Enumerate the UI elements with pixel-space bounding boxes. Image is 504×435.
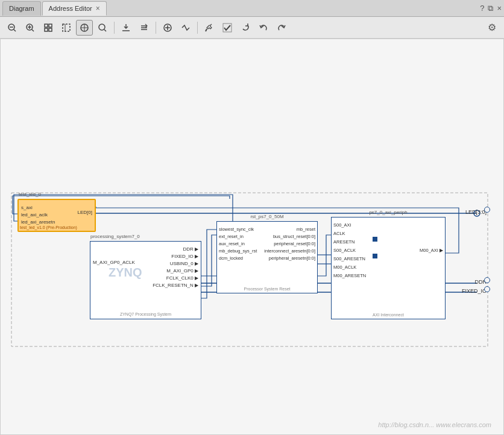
rst-subtitle: Processor System Reset [244, 287, 290, 291]
tab-diagram[interactable]: Diagram [2, 1, 41, 16]
axi-periph-subtitle: AXI Interconnect [373, 313, 404, 317]
connection-button[interactable] [177, 20, 194, 36]
toolbar: ⚙ [0, 17, 504, 39]
tab-diagram-label: Diagram [9, 5, 34, 12]
tab-bar-icons: ? ⧉ × [480, 4, 502, 13]
port-mb-reset: mb_reset [297, 227, 315, 232]
svg-point-16 [99, 24, 105, 30]
zoom-out-button[interactable] [4, 20, 20, 36]
zynq-label: ZYNQ [109, 266, 142, 280]
port-aclk: ACLK [333, 231, 345, 236]
fit-button[interactable] [40, 20, 57, 36]
port-aresetn: ARESETN [333, 239, 354, 245]
rst-title: rst_ps7_0_50M [250, 214, 283, 219]
zoom-in-button[interactable] [22, 20, 39, 36]
port-bus-struct-reset: bus_struct_reset[0:0] [273, 234, 315, 239]
tab-address-editor[interactable]: Address Editor × [42, 1, 107, 16]
watermark: http://blog.csdn.n... www.elecrans.com [378, 421, 491, 428]
port-m00-axi: M00_AXI ▶ [420, 248, 443, 253]
tab-address-editor-close[interactable]: × [96, 4, 100, 13]
svg-line-6 [32, 30, 34, 31]
tab-bar: Diagram Address Editor × ? ⧉ × [0, 0, 504, 17]
push-down-button[interactable] [118, 20, 134, 36]
port-s00-axi: S00_AXI [333, 222, 351, 228]
test-led-title: test_led_0 [19, 192, 41, 197]
svg-rect-9 [45, 28, 48, 31]
toolbar-separator-3 [197, 22, 198, 34]
restore-icon[interactable]: ⧉ [488, 4, 493, 13]
port-s-axi: s_axi [21, 205, 33, 210]
test-led-block[interactable]: test_led_0 s_axi led_axi_aclk led_axi_ar… [17, 199, 96, 232]
port-fclk-resetn: FCLK_RESETN_N ▶ [153, 283, 198, 288]
add-ip-button[interactable] [159, 20, 176, 36]
inner-block-aresetn [373, 237, 377, 242]
undo-button[interactable] [255, 20, 272, 36]
svg-line-26 [206, 29, 207, 31]
port-led-out: LED[0] [78, 210, 92, 215]
port-m-axi-gp0-aclk: M_AXI_GP0_ACLK [93, 260, 135, 265]
ps-title: processing_system7_0 [90, 234, 140, 239]
wrench-button[interactable] [201, 20, 218, 36]
processing-system-block[interactable]: processing_system7_0 M_AXI_GP0_ACLK DDR … [90, 241, 201, 319]
port-slowest-sync-clk: slowest_sync_clk [219, 227, 254, 232]
refresh-button[interactable] [237, 20, 254, 36]
port-ddr: DDR ▶ [183, 246, 198, 252]
inner-block-s00-aresetn [373, 254, 377, 258]
port-peripheral-aresetn: peripheral_aresetn[0:0] [269, 255, 315, 261]
port-m-axi-gp0: M_AXI_GP0 ▶ [166, 268, 198, 274]
port-led-axi-aclk: led_axi_aclk [21, 212, 48, 218]
port-fixed-io: FIXED_IO ▶ [171, 254, 198, 259]
close-icon[interactable]: × [497, 4, 502, 13]
port-s00-aclk: S00_ACLK [333, 248, 356, 253]
svg-line-17 [104, 30, 106, 31]
test-led-subtitle: test_led_v1.0 (Pre-Production) [20, 225, 77, 230]
port-fclk-clk0: FCLK_CLK0 ▶ [166, 275, 198, 281]
port-m00-aclk: M00_ACLK [333, 264, 356, 270]
svg-line-2 [14, 30, 16, 31]
port-aux-reset-in: aux_reset_in [219, 241, 245, 246]
diagram-canvas[interactable]: test_led_0 s_axi led_axi_aclk led_axi_ar… [0, 39, 504, 435]
port-usbind: USBIND_0 ▶ [170, 261, 198, 266]
output-ddr-dot [484, 277, 490, 283]
validate-button[interactable] [219, 20, 236, 36]
port-peripheral-reset: peripheral_reset[0:0] [274, 241, 315, 246]
axi-periph-block[interactable]: ps7_0_axi_periph S00_AXI ACLK ARESETN S0… [331, 217, 446, 319]
port-ext-reset-in: ext_reset_in [219, 234, 244, 239]
port-m00-aresetn: M00_ARESETN [333, 273, 366, 278]
output-led-dot [484, 207, 490, 213]
settings-button[interactable]: ⚙ [484, 20, 500, 36]
toolbar-separator-2 [156, 22, 156, 34]
port-dcm-locked: dcm_locked [219, 255, 243, 261]
hand-tool-button[interactable] [76, 20, 93, 36]
select-button[interactable] [58, 20, 75, 36]
toolbar-separator-1 [114, 22, 115, 34]
port-mb-debug: mb_debug_sys_rst [219, 248, 257, 254]
svg-rect-8 [49, 24, 52, 27]
help-icon[interactable]: ? [480, 4, 484, 13]
redo-button[interactable] [273, 20, 290, 36]
search-button[interactable] [94, 20, 111, 36]
port-interconnect-aresetn: interconnect_aresetn[0:0] [264, 248, 315, 254]
svg-rect-10 [49, 28, 52, 31]
svg-rect-7 [45, 24, 48, 27]
label-led-right: LED[3:0] [465, 209, 487, 215]
port-led-axi-aresetn: led_axi_aresetn [21, 219, 55, 225]
label-fixed-io-right: FIXED_IO [462, 288, 487, 294]
layout-button[interactable] [136, 20, 153, 36]
output-fixed-io-dot [484, 286, 490, 292]
tab-address-editor-label: Address Editor [49, 5, 92, 12]
ps-inner-label: ZYNQ7 Processing System [120, 312, 171, 316]
svg-rect-11 [63, 24, 70, 31]
axi-periph-title: ps7_0_axi_periph [369, 210, 407, 215]
port-s00-aresetn: S00_ARESETN [333, 256, 365, 261]
rst-block[interactable]: rst_ps7_0_50M slowest_sync_clk ext_reset… [216, 221, 318, 293]
